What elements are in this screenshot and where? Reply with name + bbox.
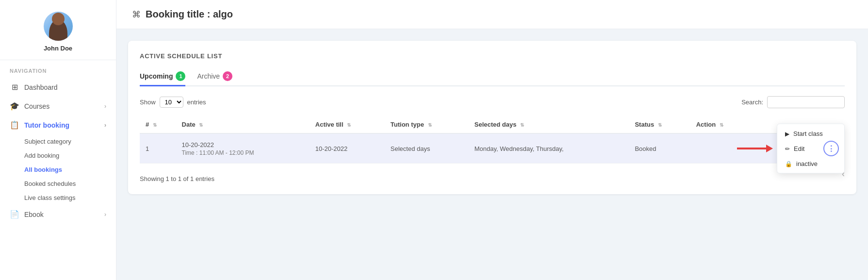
tab-archive-label: Archive	[197, 72, 220, 80]
ebook-icon: 📄	[10, 210, 19, 219]
entries-label: entries	[187, 99, 206, 106]
chevron-icon: ›	[104, 211, 106, 218]
time-value: Time : 11:00 AM - 12:00 PM	[182, 149, 304, 156]
arrow-head	[766, 145, 773, 152]
tab-upcoming[interactable]: Upcoming 1	[140, 67, 185, 86]
col-active-till: Active till ⇅	[310, 116, 385, 133]
action-menu-button[interactable]: ⋮	[823, 141, 839, 156]
edit-icon: ✏	[785, 145, 790, 152]
col-tution-type: Tution type ⇅	[385, 116, 469, 133]
cell-date: 10-20-2022 Time : 11:00 AM - 12:00 PM	[176, 133, 310, 164]
table-controls: Show 10 25 50 entries Search:	[140, 96, 845, 108]
start-class-label: Start class	[793, 130, 823, 137]
command-icon: ⌘	[132, 9, 141, 20]
page-header: ⌘ Booking title : algo	[116, 0, 868, 29]
play-icon: ▶	[785, 130, 789, 137]
courses-icon: 🎓	[10, 101, 19, 111]
booking-icon: 📋	[10, 120, 19, 130]
sidebar-item-booked-schedules[interactable]: Booked schedules	[24, 177, 116, 191]
cell-selected-days: Monday, Wednesday, Thursday,	[469, 133, 629, 164]
cell-num: 1	[140, 133, 176, 164]
cell-action: ⋮ ▶ Start class	[690, 133, 845, 164]
sidebar-item-label: Courses	[24, 102, 49, 110]
data-table: # ⇅ Date ⇅ Active till ⇅ Tution type ⇅ S…	[140, 116, 845, 164]
avatar	[44, 12, 73, 41]
tab-archive[interactable]: Archive 2	[197, 67, 232, 86]
section-title: ACTIVE SCHEDULE LIST	[140, 52, 845, 60]
col-num: # ⇅	[140, 116, 176, 133]
edit-label: Edit	[794, 145, 804, 152]
sidebar-item-label: Dashboard	[24, 83, 58, 91]
tab-archive-badge: 2	[223, 71, 232, 81]
sidebar-item-all-bookings[interactable]: All bookings	[24, 163, 116, 177]
dropdown-inactive[interactable]: 🔒 inactive	[777, 156, 844, 171]
arrow-body	[737, 148, 766, 149]
tab-upcoming-label: Upcoming	[140, 72, 173, 80]
sidebar-item-label: Tutor booking	[24, 121, 69, 129]
table-row: 1 10-20-2022 Time : 11:00 AM - 12:00 PM …	[140, 133, 845, 164]
table-footer: Showing 1 to 1 of 1 entries	[140, 169, 214, 182]
sidebar-item-tutor-booking[interactable]: 📋 Tutor booking ›	[0, 115, 116, 134]
main-content: ⌘ Booking title : algo ACTIVE SCHEDULE L…	[116, 0, 868, 280]
grid-icon: ⊞	[10, 82, 19, 92]
sidebar: John Doe NAVIGATION ⊞ Dashboard 🎓 Course…	[0, 0, 116, 280]
col-selected-days: Selected days ⇅	[469, 116, 629, 133]
search-input[interactable]	[767, 96, 845, 108]
cell-active-till: 10-20-2022	[310, 133, 385, 164]
sidebar-item-live-class-settings[interactable]: Live class settings	[24, 191, 116, 205]
sidebar-item-add-booking[interactable]: Add booking	[24, 148, 116, 163]
nav-label: NAVIGATION	[0, 60, 116, 78]
inactive-label: inactive	[796, 160, 818, 167]
sidebar-item-subject-category[interactable]: Subject category	[24, 134, 116, 148]
show-entries-container: Show 10 25 50 entries	[140, 97, 206, 108]
status-badge: Booked	[635, 145, 656, 152]
sidebar-item-dashboard[interactable]: ⊞ Dashboard	[0, 78, 116, 97]
sidebar-item-label: Ebook	[24, 211, 44, 218]
chevron-icon: ›	[104, 122, 106, 129]
user-profile: John Doe	[0, 0, 116, 60]
cell-status: Booked	[629, 133, 690, 164]
search-container: Search:	[741, 96, 845, 108]
tutor-booking-subnav: Subject category Add booking All booking…	[0, 134, 116, 205]
tab-upcoming-badge: 1	[176, 71, 185, 81]
search-label: Search:	[741, 99, 763, 106]
show-label: Show	[140, 99, 156, 106]
content-area: ACTIVE SCHEDULE LIST Upcoming 1 Archive …	[128, 41, 856, 194]
sidebar-item-courses[interactable]: 🎓 Courses ›	[0, 97, 116, 115]
cell-tution-type: Selected days	[385, 133, 469, 164]
sidebar-item-ebook[interactable]: 📄 Ebook ›	[0, 205, 116, 224]
dropdown-start-class[interactable]: ▶ Start class	[777, 126, 844, 141]
chevron-icon: ›	[104, 103, 106, 110]
page-title: Booking title : algo	[146, 9, 233, 20]
col-date: Date ⇅	[176, 116, 310, 133]
date-value: 10-20-2022	[182, 141, 304, 148]
col-status: Status ⇅	[629, 116, 690, 133]
tabs-container: Upcoming 1 Archive 2	[140, 67, 845, 86]
user-name: John Doe	[44, 45, 72, 52]
lock-icon: 🔒	[785, 160, 792, 167]
entries-select[interactable]: 10 25 50	[160, 97, 183, 108]
arrow-indicator	[737, 145, 773, 152]
